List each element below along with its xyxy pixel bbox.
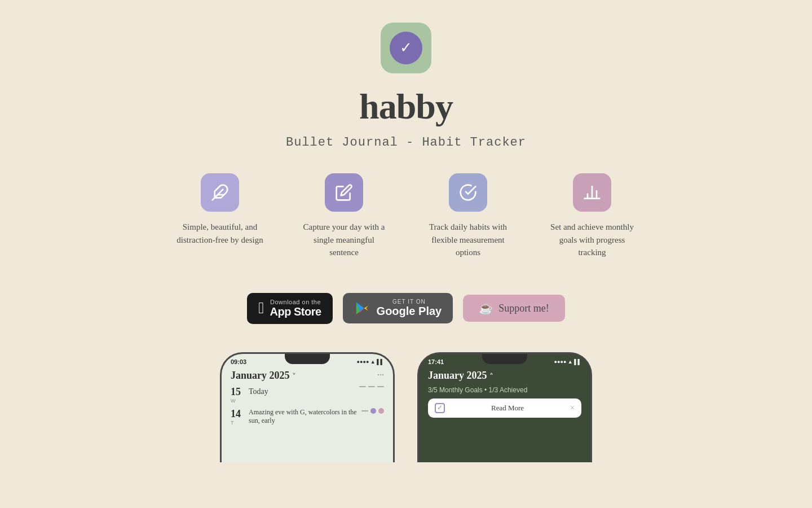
phone-notch-1 xyxy=(285,354,330,364)
phone-goal-label: Read More xyxy=(491,404,524,413)
bar-chart-icon xyxy=(583,183,601,202)
phone-screen-1: 09:03 ●●●● ▲ ▌▌ January 2025 ˅ ··· xyxy=(222,354,393,462)
feature-icon-box-capture xyxy=(325,173,363,212)
edit-icon xyxy=(335,183,353,202)
phone-month-chevron-2: ˄ xyxy=(489,372,493,380)
feature-goals: Set and achieve monthly goals with progr… xyxy=(547,173,637,259)
appstore-button[interactable]:  Download on the App Store xyxy=(247,293,332,324)
app-title: habby xyxy=(359,86,453,128)
phone-today-label: Today xyxy=(249,386,355,396)
support-button[interactable]: ☕ Support me! xyxy=(463,295,565,322)
phone-goals-content: January 2025 ˄ 3/5 Monthly Goals • 1/3 A… xyxy=(419,365,590,422)
googleplay-big-text: Google Play xyxy=(377,305,442,318)
phone-month-chevron-1: ˅ xyxy=(292,372,296,380)
app-icon-wrapper: ✓ xyxy=(381,23,431,73)
support-label: Support me! xyxy=(498,303,549,314)
phone-goal-close: × xyxy=(570,404,575,413)
phone-goal-item: ✓ Read More × xyxy=(428,398,581,418)
feature-capture-text: Capture your day with a single meaningfu… xyxy=(299,221,389,259)
feature-capture: Capture your day with a single meaningfu… xyxy=(299,173,389,259)
check-circle-icon xyxy=(459,183,477,202)
feature-journal-text: Simple, beautiful, and distraction-free … xyxy=(175,221,265,246)
phone-entry-num: 14 xyxy=(231,408,241,420)
feature-habits: Track daily habits with flexible measure… xyxy=(423,173,513,259)
googleplay-small-text: GET IT ON xyxy=(377,299,442,305)
verified-badge-icon: ✓ xyxy=(400,41,412,55)
appstore-text-block: Download on the App Store xyxy=(270,299,321,318)
phone-screen-2: 17:41 ●●●● ▲ ▌▌ January 2025 ˄ 3/5 Month… xyxy=(419,354,590,462)
phone-entry-letter: T xyxy=(231,420,234,426)
feature-icon-box-goals xyxy=(573,173,611,212)
feature-icon-box-journal xyxy=(201,173,239,212)
phone-month-2: January 2025 ˄ xyxy=(428,370,493,382)
page: ✓ habby Bullet Journal - Habit Tracker S… xyxy=(0,0,812,508)
features-section: Simple, beautiful, and distraction-free … xyxy=(175,173,637,259)
appstore-big-text: App Store xyxy=(270,305,321,318)
app-icon-inner: ✓ xyxy=(390,32,422,64)
feature-icon-box-habits xyxy=(449,173,487,212)
phone-signal-icons-2: ●●●● ▲ ▌▌ xyxy=(554,359,581,365)
phone-mockup-2: 17:41 ●●●● ▲ ▌▌ January 2025 ˄ 3/5 Month… xyxy=(417,352,592,462)
phone-mockup-1: 09:03 ●●●● ▲ ▌▌ January 2025 ˅ ··· xyxy=(220,352,395,462)
phone-month-row-2: January 2025 ˄ xyxy=(428,370,581,382)
feature-goals-text: Set and achieve monthly goals with progr… xyxy=(547,221,637,259)
apple-icon:  xyxy=(258,300,264,316)
feature-habits-text: Track daily habits with flexible measure… xyxy=(423,221,513,259)
google-play-icon xyxy=(354,300,371,317)
phone-time-1: 09:03 xyxy=(231,358,246,365)
phone-notch-2 xyxy=(482,354,527,364)
phone-entry-row: 14 T Amazing eve with G, watercolors in … xyxy=(231,408,384,426)
phone-today-dots xyxy=(359,386,384,387)
phone-signal-icons-1: ●●●● ▲ ▌▌ xyxy=(357,359,384,365)
phone-month-1: January 2025 ˅ xyxy=(231,370,296,382)
phone-goals-stats: 3/5 Monthly Goals • 1/3 Achieved xyxy=(428,386,581,394)
phone-options-dots-1: ··· xyxy=(377,370,384,380)
phone-goal-checkbox: ✓ xyxy=(435,403,445,413)
coffee-icon: ☕ xyxy=(479,301,493,315)
googleplay-text-block: GET IT ON Google Play xyxy=(377,299,442,318)
phone-month-row-1: January 2025 ˅ ··· xyxy=(231,370,384,382)
phone-today-num: 15 xyxy=(231,386,241,398)
appstore-small-text: Download on the xyxy=(270,299,321,305)
feature-journal: Simple, beautiful, and distraction-free … xyxy=(175,173,265,246)
phone-entry-dots xyxy=(361,408,384,414)
feather-icon xyxy=(211,183,229,202)
phone-today-row: 15 W Today xyxy=(231,386,384,404)
phone-time-2: 17:41 xyxy=(428,358,444,365)
phone-content-1: January 2025 ˅ ··· 15 W Today xyxy=(222,365,393,435)
phones-section: 09:03 ●●●● ▲ ▌▌ January 2025 ˅ ··· xyxy=(220,352,592,462)
phone-entry-text: Amazing eve with G, watercolors in the s… xyxy=(249,408,357,425)
phone-today-letter: W xyxy=(231,398,236,404)
app-subtitle: Bullet Journal - Habit Tracker xyxy=(286,135,526,150)
googleplay-button[interactable]: GET IT ON Google Play xyxy=(343,293,453,323)
buttons-section:  Download on the App Store GET IT ON Go… xyxy=(247,293,564,324)
